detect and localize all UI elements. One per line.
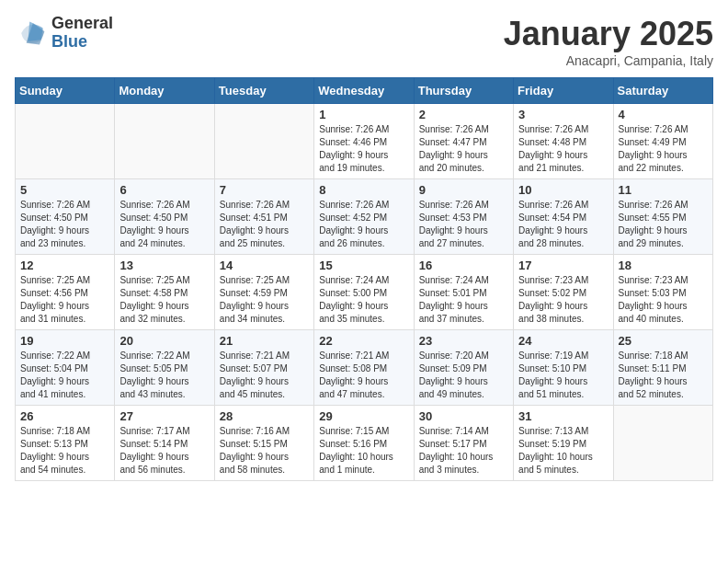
calendar-cell: 6Sunrise: 7:26 AM Sunset: 4:50 PM Daylig… [115,179,214,255]
logo-text: General Blue [51,15,113,52]
day-info: Sunrise: 7:26 AM Sunset: 4:51 PM Dayligh… [220,199,309,250]
day-info: Sunrise: 7:19 AM Sunset: 5:10 PM Dayligh… [518,350,608,401]
calendar-cell: 29Sunrise: 7:15 AM Sunset: 5:16 PM Dayli… [314,406,414,481]
month-title: January 2025 [504,15,713,53]
week-row-3: 12Sunrise: 7:25 AM Sunset: 4:56 PM Dayli… [16,255,713,330]
day-number: 4 [619,108,708,121]
day-info: Sunrise: 7:17 AM Sunset: 5:14 PM Dayligh… [119,425,209,477]
week-row-2: 5Sunrise: 7:26 AM Sunset: 4:50 PM Daylig… [16,179,713,255]
day-info: Sunrise: 7:13 AM Sunset: 5:19 PM Dayligh… [518,425,608,477]
calendar-cell: 7Sunrise: 7:26 AM Sunset: 4:51 PM Daylig… [214,179,313,255]
calendar-cell: 13Sunrise: 7:25 AM Sunset: 4:58 PM Dayli… [115,255,214,330]
day-number: 3 [518,108,608,121]
day-info: Sunrise: 7:25 AM Sunset: 4:59 PM Dayligh… [220,274,309,326]
calendar-cell [613,406,712,481]
day-number: 12 [20,259,109,272]
day-info: Sunrise: 7:26 AM Sunset: 4:50 PM Dayligh… [20,199,109,250]
calendar-cell [115,104,214,179]
day-number: 11 [619,183,708,197]
calendar-cell: 23Sunrise: 7:20 AM Sunset: 5:09 PM Dayli… [414,330,513,406]
weekday-header-row: SundayMondayTuesdayWednesdayThursdayFrid… [16,78,713,104]
day-info: Sunrise: 7:14 AM Sunset: 5:17 PM Dayligh… [419,425,508,477]
logo-general-text: General [51,15,113,33]
day-number: 23 [419,334,508,348]
day-number: 8 [319,183,408,197]
calendar-cell: 14Sunrise: 7:25 AM Sunset: 4:59 PM Dayli… [214,255,313,330]
day-number: 18 [619,259,708,272]
weekday-header-monday: Monday [115,78,214,104]
day-info: Sunrise: 7:15 AM Sunset: 5:16 PM Dayligh… [319,425,408,477]
day-number: 9 [419,183,508,197]
day-number: 24 [518,334,608,348]
calendar-cell [16,104,115,179]
day-info: Sunrise: 7:26 AM Sunset: 4:46 PM Dayligh… [319,123,408,175]
day-info: Sunrise: 7:21 AM Sunset: 5:08 PM Dayligh… [319,350,408,401]
day-number: 7 [220,183,309,197]
day-info: Sunrise: 7:26 AM Sunset: 4:53 PM Dayligh… [419,199,508,250]
day-info: Sunrise: 7:26 AM Sunset: 4:50 PM Dayligh… [119,199,209,250]
calendar-cell: 9Sunrise: 7:26 AM Sunset: 4:53 PM Daylig… [414,179,513,255]
day-info: Sunrise: 7:25 AM Sunset: 4:58 PM Dayligh… [119,274,209,326]
day-number: 21 [220,334,309,348]
calendar-cell: 4Sunrise: 7:26 AM Sunset: 4:49 PM Daylig… [613,104,712,179]
calendar-cell: 10Sunrise: 7:26 AM Sunset: 4:54 PM Dayli… [514,179,613,255]
calendar-cell: 17Sunrise: 7:23 AM Sunset: 5:02 PM Dayli… [514,255,613,330]
day-number: 16 [419,259,508,272]
week-row-5: 26Sunrise: 7:18 AM Sunset: 5:13 PM Dayli… [16,406,713,481]
day-info: Sunrise: 7:24 AM Sunset: 5:00 PM Dayligh… [319,274,408,326]
weekday-header-wednesday: Wednesday [314,78,414,104]
day-number: 29 [319,409,408,423]
day-number: 28 [220,409,309,423]
day-info: Sunrise: 7:16 AM Sunset: 5:15 PM Dayligh… [220,425,309,477]
calendar-cell: 26Sunrise: 7:18 AM Sunset: 5:13 PM Dayli… [16,406,115,481]
location-subtitle: Anacapri, Campania, Italy [504,53,713,68]
day-number: 19 [20,334,109,348]
day-info: Sunrise: 7:23 AM Sunset: 5:03 PM Dayligh… [619,274,708,326]
calendar-cell: 3Sunrise: 7:26 AM Sunset: 4:48 PM Daylig… [514,104,613,179]
day-info: Sunrise: 7:26 AM Sunset: 4:52 PM Dayligh… [319,199,408,250]
calendar-cell: 16Sunrise: 7:24 AM Sunset: 5:01 PM Dayli… [414,255,513,330]
calendar-cell: 19Sunrise: 7:22 AM Sunset: 5:04 PM Dayli… [16,330,115,406]
calendar-cell: 27Sunrise: 7:17 AM Sunset: 5:14 PM Dayli… [115,406,214,481]
calendar-cell: 8Sunrise: 7:26 AM Sunset: 4:52 PM Daylig… [314,179,414,255]
calendar-cell: 20Sunrise: 7:22 AM Sunset: 5:05 PM Dayli… [115,330,214,406]
calendar-cell: 5Sunrise: 7:26 AM Sunset: 4:50 PM Daylig… [16,179,115,255]
day-info: Sunrise: 7:18 AM Sunset: 5:13 PM Dayligh… [20,425,109,477]
day-number: 30 [419,409,508,423]
day-number: 5 [20,183,109,197]
day-number: 1 [319,108,408,121]
calendar-cell: 11Sunrise: 7:26 AM Sunset: 4:55 PM Dayli… [613,179,712,255]
week-row-1: 1Sunrise: 7:26 AM Sunset: 4:46 PM Daylig… [16,104,713,179]
day-number: 10 [518,183,608,197]
day-info: Sunrise: 7:18 AM Sunset: 5:11 PM Dayligh… [619,350,708,401]
calendar-cell: 18Sunrise: 7:23 AM Sunset: 5:03 PM Dayli… [613,255,712,330]
calendar-cell: 30Sunrise: 7:14 AM Sunset: 5:17 PM Dayli… [414,406,513,481]
calendar-table: SundayMondayTuesdayWednesdayThursdayFrid… [15,77,713,481]
day-number: 31 [518,409,608,423]
weekday-header-sunday: Sunday [16,78,115,104]
day-number: 26 [20,409,109,423]
logo-icon [15,17,48,50]
calendar-cell: 31Sunrise: 7:13 AM Sunset: 5:19 PM Dayli… [514,406,613,481]
calendar-cell: 24Sunrise: 7:19 AM Sunset: 5:10 PM Dayli… [514,330,613,406]
day-info: Sunrise: 7:22 AM Sunset: 5:05 PM Dayligh… [119,350,209,401]
weekday-header-tuesday: Tuesday [214,78,313,104]
day-info: Sunrise: 7:26 AM Sunset: 4:55 PM Dayligh… [619,199,708,250]
day-number: 22 [319,334,408,348]
calendar-cell: 12Sunrise: 7:25 AM Sunset: 4:56 PM Dayli… [16,255,115,330]
calendar-cell: 25Sunrise: 7:18 AM Sunset: 5:11 PM Dayli… [613,330,712,406]
calendar-cell: 22Sunrise: 7:21 AM Sunset: 5:08 PM Dayli… [314,330,414,406]
calendar-cell: 1Sunrise: 7:26 AM Sunset: 4:46 PM Daylig… [314,104,414,179]
day-number: 14 [220,259,309,272]
weekday-header-friday: Friday [514,78,613,104]
calendar-cell [214,104,313,179]
page-header: General Blue January 2025 Anacapri, Camp… [15,15,713,68]
calendar-cell: 2Sunrise: 7:26 AM Sunset: 4:47 PM Daylig… [414,104,513,179]
day-number: 25 [619,334,708,348]
week-row-4: 19Sunrise: 7:22 AM Sunset: 5:04 PM Dayli… [16,330,713,406]
day-info: Sunrise: 7:26 AM Sunset: 4:49 PM Dayligh… [619,123,708,175]
day-number: 17 [518,259,608,272]
day-info: Sunrise: 7:26 AM Sunset: 4:48 PM Dayligh… [518,123,608,175]
day-info: Sunrise: 7:22 AM Sunset: 5:04 PM Dayligh… [20,350,109,401]
day-info: Sunrise: 7:23 AM Sunset: 5:02 PM Dayligh… [518,274,608,326]
